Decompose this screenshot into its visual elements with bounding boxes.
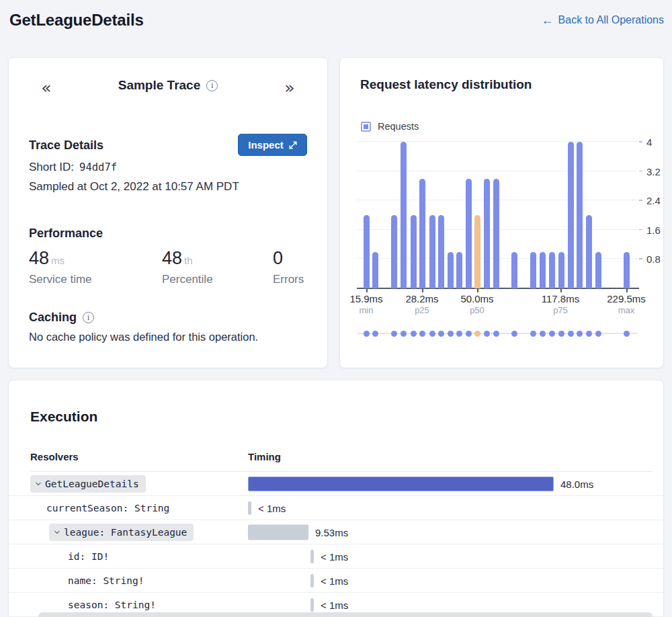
latency-dot[interactable]	[484, 331, 490, 337]
latency-dot-strip	[357, 328, 638, 339]
chevron-down-icon	[54, 529, 60, 536]
resolver-row: GetLeagueDetails48.0ms	[9, 472, 663, 496]
latency-dot[interactable]	[493, 331, 499, 337]
histogram-bar[interactable]	[456, 252, 462, 288]
latency-dot[interactable]	[530, 331, 536, 337]
histogram-bar[interactable]	[577, 142, 583, 288]
x-tick-percentile: min	[336, 305, 396, 315]
timing-bar[interactable]	[310, 574, 314, 587]
caching-heading: Caching	[29, 311, 77, 325]
next-row-partial[interactable]	[38, 612, 653, 617]
histogram-bar[interactable]	[530, 252, 536, 288]
histogram-bar[interactable]	[419, 179, 425, 288]
x-tick-percentile: p25	[392, 305, 452, 315]
latency-dot[interactable]	[511, 331, 517, 337]
latency-dot[interactable]	[364, 331, 370, 337]
resolver-label: season: String!	[68, 600, 156, 610]
latency-card-title: Request latency distribution	[360, 77, 532, 92]
info-icon[interactable]: i	[83, 312, 94, 323]
metric-label: Percentile	[162, 273, 213, 286]
x-tick-value: 15.9ms	[336, 293, 396, 304]
resolver-cell: name: String!	[68, 575, 144, 586]
histogram-bar[interactable]	[372, 252, 378, 288]
metric-value: 48	[162, 248, 182, 268]
histogram-bar[interactable]	[484, 179, 490, 288]
metric-label: Service time	[29, 273, 92, 286]
latency-dot[interactable]	[466, 331, 472, 337]
latency-dot[interactable]	[624, 331, 630, 337]
timing-bar[interactable]	[310, 598, 314, 612]
x-tick-label: 50.0msp50	[447, 293, 507, 315]
x-tick-label: 229.5msmax	[596, 293, 657, 315]
metric-value: 48	[29, 248, 49, 268]
histogram-bar[interactable]	[401, 142, 407, 288]
latency-dot[interactable]	[372, 331, 378, 337]
resolver-chip[interactable]: GetLeagueDetails	[30, 475, 146, 493]
x-tick-value: 50.0ms	[447, 293, 507, 304]
histogram-bar[interactable]	[558, 252, 564, 288]
x-tick-percentile: p75	[530, 305, 591, 315]
latency-dot-p50[interactable]	[474, 331, 480, 337]
caching-message: No cache policy was defined for this ope…	[29, 331, 258, 343]
latency-dot[interactable]	[549, 331, 555, 337]
legend-label: Requests	[378, 121, 419, 132]
trace-details-heading: Trace Details	[29, 138, 103, 153]
sample-trace-card: « Sample Trace i » Trace Details Inspect…	[8, 57, 328, 368]
back-link[interactable]: ← Back to All Operations	[542, 14, 664, 26]
resolver-row: name: String!< 1ms	[9, 569, 663, 593]
requests-legend-swatch	[361, 122, 371, 132]
histogram-bar[interactable]	[595, 252, 601, 288]
histogram-bar[interactable]	[493, 179, 499, 288]
timing-bar[interactable]	[248, 524, 308, 540]
histogram-bar[interactable]	[364, 215, 370, 288]
x-tick-mark	[560, 289, 562, 292]
x-tick-label: 117.8msp75	[530, 293, 591, 315]
sampled-at-text: Sampled at Oct 2, 2022 at 10:57 AM PDT	[29, 180, 239, 194]
duration-label: < 1ms	[321, 550, 348, 562]
latency-dot[interactable]	[595, 331, 601, 337]
gridline	[357, 171, 638, 171]
latency-dot[interactable]	[577, 331, 583, 337]
x-tick-mark	[366, 289, 368, 292]
latency-dot[interactable]	[429, 331, 435, 337]
latency-histogram: 0.81.62.43.2415.9msmin28.2msp2550.0msp50…	[357, 138, 638, 288]
histogram-bar[interactable]	[624, 252, 630, 288]
histogram-bar[interactable]	[466, 179, 472, 288]
histogram-bar[interactable]	[540, 252, 546, 288]
latency-dot[interactable]	[419, 331, 425, 337]
y-tick-mark	[639, 171, 642, 172]
timing-bar[interactable]	[248, 477, 554, 491]
histogram-bar[interactable]	[586, 215, 592, 288]
inspect-button-label: Inspect	[248, 139, 284, 151]
timing-bar[interactable]	[310, 550, 314, 563]
histogram-bar[interactable]	[549, 252, 555, 288]
latency-dot[interactable]	[411, 331, 417, 337]
latency-dot[interactable]	[456, 331, 462, 337]
resolver-chip[interactable]: league: FantasyLeague	[49, 524, 194, 541]
histogram-bar[interactable]	[438, 215, 444, 288]
latency-dot[interactable]	[401, 331, 407, 337]
histogram-bar-p50[interactable]	[474, 215, 480, 288]
resolvers-column-header: Resolvers	[30, 451, 79, 462]
histogram-bar[interactable]	[511, 252, 517, 288]
latency-dot[interactable]	[558, 331, 564, 337]
latency-dot[interactable]	[448, 331, 454, 337]
metric-unit: th	[184, 255, 193, 266]
info-icon[interactable]: i	[206, 80, 218, 91]
timing-bar[interactable]	[248, 501, 251, 515]
histogram-bar[interactable]	[568, 142, 574, 288]
latency-dot[interactable]	[586, 331, 592, 337]
histogram-bar[interactable]	[429, 215, 435, 288]
y-tick-mark	[639, 141, 642, 142]
histogram-bar[interactable]	[448, 252, 454, 288]
inspect-button[interactable]: Inspect	[238, 134, 307, 156]
next-trace-button[interactable]: »	[278, 75, 302, 99]
latency-dot[interactable]	[438, 331, 444, 337]
histogram-bar[interactable]	[411, 215, 417, 288]
latency-dot[interactable]	[540, 331, 546, 337]
duration-label: < 1ms	[321, 575, 348, 586]
latency-dot[interactable]	[568, 331, 574, 337]
histogram-bar[interactable]	[391, 215, 397, 288]
legend-item-requests[interactable]: Requests	[361, 121, 419, 132]
latency-dot[interactable]	[391, 331, 397, 337]
